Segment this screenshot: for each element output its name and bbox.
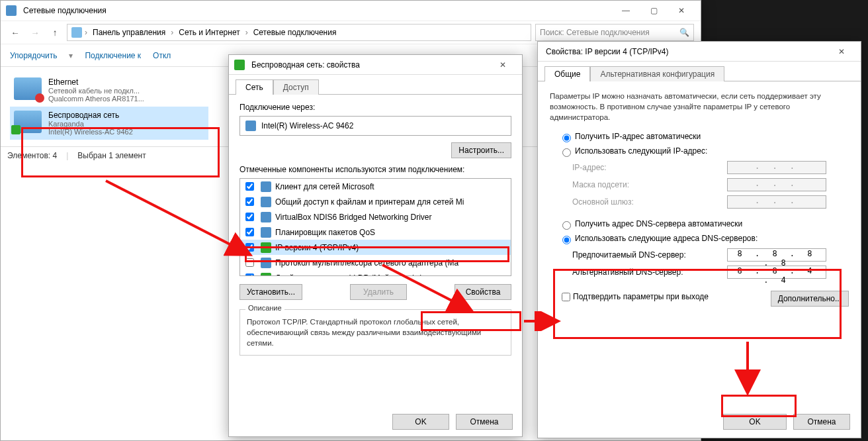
properties-button[interactable]: Свойства [455, 284, 511, 300]
toolbar-disable[interactable]: Откл [153, 51, 171, 60]
list-item[interactable]: Драйвер протокола LLDP (Майкрософт) [240, 270, 511, 276]
toolbar-organize[interactable]: Упорядочить [10, 51, 57, 60]
validate-checkbox[interactable]: Подтвердить параметры при выходе [559, 292, 709, 301]
network-icon [6, 5, 17, 16]
connect-via-label: Подключение через: [239, 103, 511, 112]
status-selected: Выбран 1 элемент [77, 151, 146, 160]
list-item[interactable]: Общий доступ к файлам и принтерам для се… [240, 194, 511, 209]
search-icon: 🔍 [679, 28, 689, 37]
component-checkbox[interactable] [245, 228, 254, 236]
component-label: Общий доступ к файлам и принтерам для се… [275, 197, 464, 207]
ip-address-field: . . . [727, 161, 826, 174]
search-box[interactable]: Поиск: Сетевые подключения 🔍 [535, 24, 694, 41]
component-checkbox[interactable] [245, 273, 254, 276]
subnet-mask-field: . . . [727, 178, 826, 191]
description-text: Протокол TCP/IP. Стандартный протокол гл… [247, 317, 504, 348]
component-checkbox[interactable] [245, 213, 254, 221]
close-button[interactable]: ✕ [489, 56, 517, 74]
radio-ip-manual[interactable]: Использовать следующий IP-адрес: [559, 146, 707, 156]
radio-ip-auto[interactable]: Получить IP-адрес автоматически [559, 132, 701, 141]
dns-alternate-field[interactable]: 8 . 8 . 4 . 4 [727, 266, 826, 279]
close-button[interactable]: ✕ [668, 1, 695, 20]
configure-button[interactable]: Настроить... [451, 142, 511, 158]
connection-status: Karaganda [48, 120, 133, 128]
component-icon [261, 197, 271, 207]
gateway-label: Основной шлюз: [572, 197, 634, 207]
toolbar-connect[interactable]: Подключение к [85, 51, 141, 60]
component-label: Протокол мультиплексора сетевого адаптер… [275, 258, 458, 268]
component-icon [261, 227, 271, 238]
dns-alternate-label: Альтернативный DNS-сервер: [572, 268, 683, 277]
subnet-mask-label: Маска подсети: [572, 180, 629, 189]
cancel-button[interactable]: Отмена [793, 414, 850, 430]
ip-address-label: IP-адрес: [572, 163, 607, 172]
connection-adapter: Qualcomm Atheros AR8171... [48, 95, 144, 103]
component-checkbox[interactable] [245, 243, 254, 252]
components-list[interactable]: Клиент для сетей Microsoft Общий доступ … [239, 178, 511, 276]
tab-access[interactable]: Доступ [273, 79, 319, 95]
search-placeholder: Поиск: Сетевые подключения [540, 28, 675, 37]
component-checkbox[interactable] [245, 197, 254, 206]
radio-dns-manual[interactable]: Использовать следующие адреса DNS-сервер… [559, 234, 758, 243]
dialog-title: Беспроводная сеть: свойства [249, 60, 489, 70]
maximize-button[interactable]: ▢ [640, 1, 668, 20]
breadcrumb-item[interactable]: Сеть и Интернет [176, 28, 242, 37]
component-icon [261, 273, 271, 277]
connection-adapter: Intel(R) Wireless-AC 9462 [48, 128, 133, 136]
wifi-icon [234, 60, 245, 70]
wifi-icon [14, 111, 42, 133]
component-icon [261, 212, 271, 222]
ok-button[interactable]: OK [392, 414, 449, 430]
list-item[interactable]: Протокол мультиплексора сетевого адаптер… [240, 255, 511, 270]
component-label: IP версии 4 (TCP/IPv4) [275, 243, 359, 252]
tabset: Сеть Доступ [229, 79, 522, 95]
connection-ethernet[interactable]: Ethernet Сетевой кабель не подкл... Qual… [10, 74, 208, 107]
status-count: Элементов: 4 [7, 151, 57, 160]
components-label: Отмеченные компоненты используются этим … [239, 165, 511, 174]
component-checkbox[interactable] [245, 182, 254, 191]
tab-network[interactable]: Сеть [236, 79, 273, 95]
advanced-button[interactable]: Дополнительно... [771, 291, 849, 307]
list-item[interactable]: VirtualBox NDIS6 Bridged Networking Driv… [240, 209, 511, 224]
titlebar[interactable]: Сетевые подключения — ▢ ✕ [1, 1, 701, 21]
dialog-title: Свойства: IP версии 4 (TCP/IPv4) [543, 47, 828, 56]
window-title: Сетевые подключения [21, 6, 612, 15]
chevron-right-icon: › [85, 28, 87, 37]
adapter-icon [245, 121, 256, 131]
breadcrumb-item[interactable]: Панель управления [90, 28, 168, 37]
connection-wifi[interactable]: Беспроводная сеть Karaganda Intel(R) Wir… [10, 107, 208, 140]
component-label: Драйвер протокола LLDP (Майкрософт) [275, 273, 423, 277]
adapter-properties-dialog: Беспроводная сеть: свойства ✕ Сеть Досту… [228, 54, 523, 437]
component-icon [261, 181, 271, 192]
dns-preferred-label: Предпочитаемый DNS-сервер: [572, 250, 686, 260]
ok-button[interactable]: OK [723, 414, 787, 430]
minimize-button[interactable]: — [612, 1, 640, 20]
breadcrumb[interactable]: › Панель управления › Сеть и Интернет › … [67, 24, 531, 41]
cancel-button[interactable]: Отмена [456, 414, 513, 430]
nav-up-button[interactable]: ↑ [47, 24, 63, 40]
tabset: Общие Альтернативная конфигурация [538, 66, 861, 81]
close-button[interactable]: ✕ [828, 42, 855, 61]
radio-dns-auto[interactable]: Получить адрес DNS-сервера автоматически [559, 219, 742, 228]
computer-icon [71, 27, 82, 38]
uninstall-button: Удалить [350, 284, 407, 300]
dialog-titlebar[interactable]: Беспроводная сеть: свойства ✕ [229, 55, 522, 75]
list-item[interactable]: Планировщик пакетов QoS [240, 224, 511, 240]
install-button[interactable]: Установить... [239, 284, 302, 300]
dns-preferred-field[interactable]: 8 . 8 . 8 . 8 [727, 248, 826, 262]
breadcrumb-item[interactable]: Сетевые подключения [251, 28, 339, 37]
chevron-right-icon: › [171, 28, 173, 37]
adapter-box: Intel(R) Wireless-AC 9462 [239, 116, 511, 136]
nav-forward-button[interactable]: → [27, 24, 43, 40]
list-item-ipv4[interactable]: IP версии 4 (TCP/IPv4) [240, 240, 511, 255]
dialog-titlebar[interactable]: Свойства: IP версии 4 (TCP/IPv4) ✕ [538, 42, 861, 62]
component-label: Клиент для сетей Microsoft [275, 182, 374, 191]
component-checkbox[interactable] [245, 258, 254, 267]
tab-alt-config[interactable]: Альтернативная конфигурация [590, 66, 724, 81]
tab-general[interactable]: Общие [544, 66, 590, 81]
gateway-field: . . . [727, 195, 826, 209]
nav-back-button[interactable]: ← [7, 24, 23, 40]
list-item[interactable]: Клиент для сетей Microsoft [240, 179, 511, 194]
component-icon [261, 242, 271, 253]
connection-status: Сетевой кабель не подкл... [48, 87, 144, 95]
